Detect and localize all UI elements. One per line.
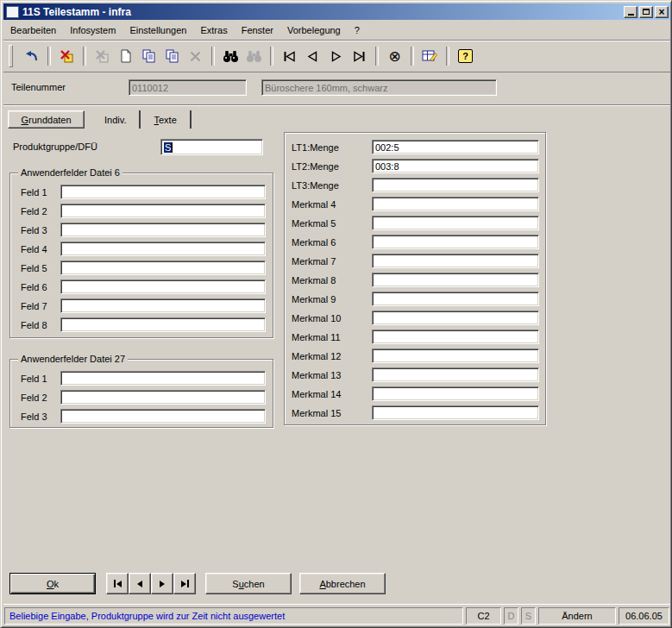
form-field-row: Merkmal 5 — [292, 216, 539, 230]
nav-last-button[interactable] — [173, 573, 196, 594]
search-next-button[interactable] — [243, 46, 265, 67]
next-record-icon — [330, 51, 342, 62]
group-merkmale: LT1:Menge LT2:Menge LT3:Menge Merkmal 4 — [284, 132, 546, 425]
field-input[interactable] — [60, 242, 266, 256]
menu-item[interactable]: Bearbeiten — [3, 23, 63, 37]
field-input[interactable] — [372, 254, 539, 268]
status-flag-s: S — [521, 607, 536, 625]
form-field-row: Feld 2 — [21, 204, 266, 218]
field-input[interactable] — [372, 178, 539, 192]
toolbar: ⊗ ? — [3, 40, 670, 72]
maximize-button[interactable] — [639, 6, 653, 18]
menu-item[interactable]: Vorbelegung — [280, 23, 348, 37]
field-input[interactable] — [60, 204, 266, 218]
form-field-row: LT1:Menge — [292, 140, 539, 154]
copy-button[interactable] — [138, 46, 160, 67]
form-field-row: Merkmal 9 — [292, 292, 539, 306]
field-input[interactable] — [372, 292, 539, 306]
app-window: 11S Teilestamm - infra × Bearbeiten Info… — [0, 0, 672, 628]
field-label: Feld 1 — [21, 374, 60, 384]
form-field-row: Merkmal 15 — [292, 405, 539, 420]
abbrechen-button[interactable]: Abbrechen — [299, 573, 386, 594]
cancel-button[interactable]: ⊗ — [384, 46, 405, 67]
app-icon — [6, 6, 19, 18]
form-field-row: Feld 4 — [21, 242, 266, 256]
next-icon — [160, 581, 165, 587]
next-record-button[interactable] — [325, 46, 347, 67]
search-button[interactable] — [220, 46, 242, 67]
field-label: LT2:Menge — [292, 161, 372, 172]
field-input[interactable] — [372, 349, 539, 363]
field-input[interactable] — [372, 386, 539, 401]
form-field-row: Feld 7 — [21, 298, 266, 313]
undo-button[interactable] — [21, 46, 42, 67]
field-input[interactable] — [60, 390, 266, 405]
previous-icon — [137, 581, 142, 587]
status-mode: C2 — [466, 607, 501, 625]
field-input[interactable] — [372, 216, 539, 230]
delete-record-button[interactable] — [56, 46, 78, 67]
first-record-button[interactable] — [279, 46, 300, 67]
field-input[interactable] — [372, 159, 539, 173]
last-record-button[interactable] — [349, 46, 370, 67]
delete-x-icon — [190, 51, 201, 62]
menu-item[interactable]: Extras — [193, 23, 234, 37]
search-binoculars-icon — [223, 50, 239, 63]
status-message: Beliebige Eingabe, Produktgruppe wird zu… — [4, 607, 463, 625]
field-label: Feld 3 — [21, 411, 60, 422]
menu-item[interactable]: ? — [348, 23, 367, 37]
nav-next-button[interactable] — [151, 573, 173, 594]
tab-strip: Grunddaten Indiv. Texte — [8, 110, 192, 129]
restore-record-button[interactable] — [91, 46, 113, 67]
field-input[interactable] — [60, 371, 266, 386]
delete-button[interactable] — [185, 46, 206, 67]
menu-item[interactable]: Infosystem — [63, 23, 122, 37]
field-input[interactable] — [372, 330, 539, 344]
new-button[interactable] — [115, 46, 136, 67]
field-input[interactable] — [372, 235, 539, 249]
field-input[interactable] — [372, 311, 539, 325]
field-input[interactable] — [372, 273, 539, 287]
teilenummer-row: Teilenummer — [3, 73, 670, 105]
form-field-row: Merkmal 8 — [292, 273, 539, 287]
field-label: LT3:Menge — [292, 180, 372, 191]
tab-grunddaten[interactable]: Grunddaten — [8, 110, 85, 129]
field-label: Merkmal 9 — [292, 294, 372, 305]
status-date: 06.06.05 — [619, 607, 669, 625]
field-input[interactable] — [60, 279, 266, 294]
ok-button[interactable]: Ok — [9, 573, 96, 594]
toolbar-grip[interactable] — [9, 45, 13, 67]
menu-item[interactable]: Fenster — [235, 23, 280, 37]
nav-previous-button[interactable] — [129, 573, 151, 594]
field-input[interactable] — [60, 223, 266, 237]
field-input[interactable] — [372, 405, 539, 420]
suchen-button[interactable]: Suchen — [205, 573, 292, 594]
field-input[interactable] — [60, 185, 266, 199]
field-input[interactable] — [60, 298, 266, 313]
previous-record-icon — [306, 51, 319, 62]
status-action: Ändern — [538, 607, 616, 625]
grid-edit-button[interactable] — [419, 46, 441, 67]
minimize-button[interactable] — [624, 6, 637, 18]
field-input[interactable] — [372, 197, 539, 211]
field-input[interactable] — [372, 367, 539, 382]
help-button[interactable]: ? — [455, 46, 476, 67]
field-input[interactable] — [372, 140, 539, 154]
menu-item[interactable]: Einstellungen — [122, 23, 193, 37]
previous-record-button[interactable] — [302, 46, 323, 67]
nav-first-button[interactable] — [106, 573, 129, 594]
menu-bar: Bearbeiten Infosystem Einstellungen Extr… — [3, 22, 670, 38]
field-input[interactable] — [60, 317, 266, 332]
toolbar-separator — [270, 47, 273, 66]
close-icon: × — [658, 8, 664, 16]
field-input[interactable] — [60, 261, 266, 275]
tab-indiv[interactable]: Indiv. — [92, 110, 138, 129]
close-button[interactable]: × — [655, 6, 669, 18]
field-label: LT1:Menge — [292, 142, 372, 153]
form-field-row: Merkmal 11 — [292, 330, 539, 344]
tab-texte[interactable]: Texte — [141, 110, 188, 129]
produktgruppe-input[interactable]: S — [160, 139, 263, 155]
copy-insert-button[interactable] — [161, 46, 183, 67]
field-input[interactable] — [60, 409, 266, 424]
form-field-row: Merkmal 7 — [292, 254, 539, 268]
